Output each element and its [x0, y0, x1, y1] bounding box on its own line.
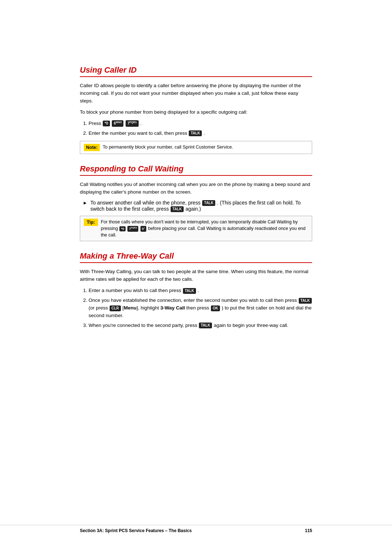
caller-id-para-2: To block your phone number from being di…: [80, 109, 312, 116]
bullet-text: To answer another call while on the phon…: [90, 200, 312, 212]
bullet-arrow-icon: ►: [83, 200, 87, 206]
tip-label: Tip:: [84, 219, 98, 226]
step2-text: Enter the number you want to call, then …: [89, 130, 188, 136]
key-talk-6: TALK: [199, 323, 212, 328]
step1-text: Press: [89, 121, 102, 126]
key-tip-7: 7PQRS: [127, 226, 138, 232]
step-3w-1-text: Enter a number you wish to call then pre…: [89, 288, 183, 293]
section-title-caller-id: Using Caller ID: [80, 65, 312, 77]
note-text: To permanently block your number, call S…: [103, 144, 233, 150]
section-call-waiting: Responding to Call Waiting Call Waiting …: [80, 164, 312, 242]
caller-id-note: Note: To permanently block your number, …: [80, 141, 312, 154]
call-waiting-bullet: ► To answer another call while on the ph…: [83, 200, 312, 212]
step-3w-3-text: When you're connected to the second part…: [89, 323, 199, 328]
step-3w-2-text: Once you have established the connection…: [89, 297, 298, 303]
key-talk-1: TALK: [189, 130, 202, 136]
key-talk-2: TALK: [202, 200, 215, 206]
caller-id-step-1: Press *0 6MNO 7PQRS .: [89, 120, 312, 127]
step-3w-1-end: .: [198, 288, 199, 293]
key-tip-0: 0+: [140, 226, 147, 232]
key-talk-5: TALK: [299, 298, 312, 304]
step2-period: .: [204, 130, 205, 136]
caller-id-steps: Press *0 6MNO 7PQRS . Enter the number y…: [89, 120, 312, 137]
three-way-step-1: Enter a number you wish to call then pre…: [89, 287, 312, 295]
note-label: Note:: [84, 144, 100, 151]
three-way-step-2: Once you have established the connection…: [89, 297, 312, 320]
caller-id-step-2: Enter the number you want to call, then …: [89, 130, 312, 137]
three-way-step-3: When you're connected to the second part…: [89, 322, 312, 329]
key-ok: OK: [211, 305, 220, 311]
step-3w-2-mid1: (or press: [89, 305, 109, 311]
tip-text: For those calls where you don't want to …: [101, 219, 308, 238]
key-tip-star: *0: [119, 226, 126, 232]
key-clr: CLR: [110, 305, 121, 311]
bullet-text-end: again.): [185, 206, 201, 212]
call-waiting-tip: Tip: For those calls where you don't wan…: [80, 216, 312, 241]
three-way-para-1: With Three-Way Calling, you can talk to …: [80, 268, 312, 283]
key-talk-4: TALK: [183, 288, 196, 294]
section-using-caller-id: Using Caller ID Caller ID allows people …: [80, 65, 312, 154]
page-content: Using Caller ID Caller ID allows people …: [0, 0, 392, 369]
key-7: 7PQRS: [126, 120, 138, 126]
key-6: 6MNO: [112, 120, 123, 126]
call-waiting-para-1: Call Waiting notifies you of another inc…: [80, 181, 312, 196]
section-title-call-waiting: Responding to Call Waiting: [80, 164, 312, 176]
key-talk-3: TALK: [171, 206, 184, 212]
key-star-zero: *0: [103, 121, 110, 126]
step-3w-2-mid2: [Menu], highlight 3-Way Call then press: [122, 305, 211, 311]
section-title-three-way: Making a Three-Way Call: [80, 251, 312, 263]
bullet-text-before: To answer another call while on the phon…: [90, 200, 202, 206]
page-footer: Section 3A: Sprint PCS Service Features …: [0, 525, 392, 533]
footer-left: Section 3A: Sprint PCS Service Features …: [80, 528, 192, 533]
caller-id-para-1: Caller ID allows people to identify a ca…: [80, 82, 312, 105]
three-way-steps: Enter a number you wish to call then pre…: [89, 287, 312, 329]
step1-period: .: [140, 121, 142, 126]
footer-page-number: 115: [305, 528, 312, 533]
step-3w-3-end: again to begin your three-way call.: [214, 323, 289, 328]
section-three-way-call: Making a Three-Way Call With Three-Way C…: [80, 251, 312, 329]
